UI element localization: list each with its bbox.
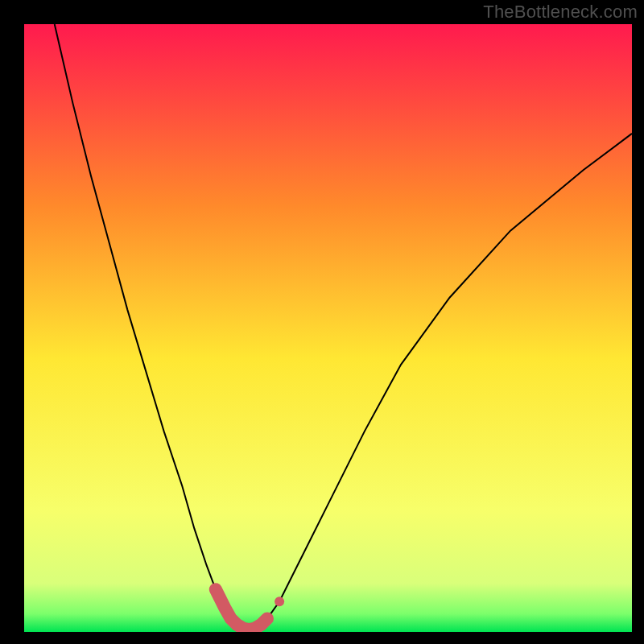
chart-svg xyxy=(24,24,632,632)
watermark-text: TheBottleneck.com xyxy=(483,2,638,23)
plot-area xyxy=(24,24,632,632)
gradient-background xyxy=(24,24,632,632)
chart-frame: TheBottleneck.com xyxy=(0,0,644,644)
optimal-range-end-dot xyxy=(275,597,284,606)
